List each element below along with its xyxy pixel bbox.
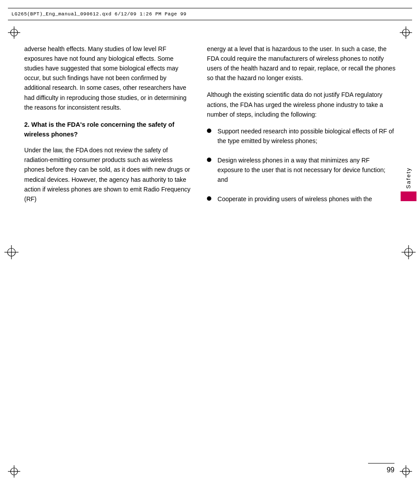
safety-label: Safety — [404, 167, 413, 189]
right-column: energy at a level that is hazardous to t… — [203, 44, 396, 460]
bullet-text-2: Design wireless phones in a way that min… — [217, 155, 396, 184]
bullet-item-1: Support needed research into possible bi… — [207, 126, 396, 146]
bullet-dot-3 — [207, 196, 211, 201]
right-paragraph-1: energy at a level that is hazardous to t… — [207, 44, 396, 83]
content-area: adverse health effects. Many studies of … — [24, 44, 396, 460]
reg-mark-bottom-right — [400, 465, 412, 478]
reg-mark-left-side — [4, 245, 18, 259]
bullet-text-3: Cooperate in providing users of wireless… — [217, 194, 396, 204]
left-paragraph-1: adverse health effects. Many studies of … — [24, 44, 194, 112]
page-container: LG265(BPT)_Eng_manual_090612.qxd 6/12/09… — [0, 0, 420, 504]
reg-mark-top-right — [400, 26, 412, 39]
bullet-list: Support needed research into possible bi… — [207, 126, 396, 204]
right-paragraph-2: Although the existing scientific data do… — [207, 90, 396, 119]
bullet-dot-1 — [207, 129, 211, 133]
reg-mark-bottom-center — [0, 0, 210, 16]
page-number-area: 99 — [368, 463, 394, 475]
safety-sidebar: Safety — [399, 167, 419, 201]
page-number-line — [368, 463, 394, 464]
bullet-text-1: Support needed research into possible bi… — [217, 126, 396, 146]
reg-mark-right-side — [402, 245, 416, 259]
safety-bar — [401, 191, 416, 201]
reg-mark-bottom-left — [8, 465, 20, 478]
left-column: adverse health effects. Many studies of … — [24, 44, 203, 460]
left-paragraph-2: Under the law, the FDA does not review t… — [24, 145, 194, 204]
bullet-item-2: Design wireless phones in a way that min… — [207, 155, 396, 184]
bullet-dot-2 — [207, 158, 211, 162]
page-number: 99 — [387, 466, 394, 474]
reg-mark-top-left — [8, 26, 20, 39]
bullet-item-3: Cooperate in providing users of wireless… — [207, 194, 396, 204]
section-heading: 2. What is the FDA's role concerning the… — [24, 120, 194, 140]
